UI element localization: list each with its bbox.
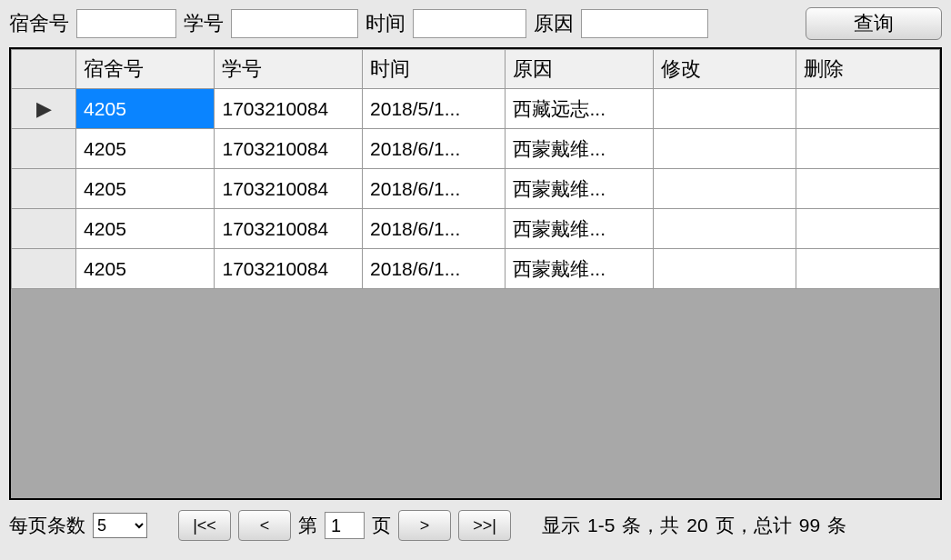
table-header-row: 宿舍号 学号 时间 原因 修改 删除: [12, 50, 940, 89]
cell-modify[interactable]: [654, 89, 796, 129]
cell-student[interactable]: 1703210084: [215, 249, 363, 289]
row-indicator[interactable]: [12, 169, 76, 209]
row-indicator[interactable]: [12, 209, 76, 249]
total-items: 99: [799, 515, 820, 536]
cell-time[interactable]: 2018/6/1...: [363, 129, 506, 169]
cell-delete[interactable]: [796, 129, 940, 169]
showing-range: 1-5: [587, 515, 615, 536]
per-page-select[interactable]: 5: [93, 513, 147, 538]
cell-student[interactable]: 1703210084: [215, 209, 363, 249]
reason-filter-input[interactable]: [581, 9, 708, 38]
cell-reason[interactable]: 西蒙戴维...: [506, 249, 654, 289]
time-filter-input[interactable]: [413, 9, 526, 38]
items-word: 条，共: [622, 513, 679, 538]
cell-delete[interactable]: [796, 89, 940, 129]
student-filter-input[interactable]: [231, 9, 358, 38]
col-header-reason[interactable]: 原因: [506, 50, 654, 89]
showing-prefix: 显示: [542, 513, 580, 538]
cell-dorm[interactable]: 4205: [76, 129, 215, 169]
cell-delete[interactable]: [796, 249, 940, 289]
page-prefix-label: 第: [298, 513, 317, 538]
prev-page-button[interactable]: <: [238, 510, 291, 541]
cell-dorm[interactable]: 4205: [76, 89, 215, 129]
cell-time[interactable]: 2018/6/1...: [363, 209, 506, 249]
cell-student[interactable]: 1703210084: [215, 169, 363, 209]
reason-filter-label: 原因: [534, 10, 574, 37]
cell-dorm[interactable]: 4205: [76, 209, 215, 249]
cell-student[interactable]: 1703210084: [215, 89, 363, 129]
row-indicator[interactable]: [12, 249, 76, 289]
grid-empty-area: [11, 289, 940, 500]
items-tail: 条: [827, 513, 846, 538]
cell-modify[interactable]: [654, 169, 796, 209]
per-page-label: 每页条数: [9, 513, 85, 538]
dorm-filter-input[interactable]: [76, 9, 176, 38]
filter-bar: 宿舍号 学号 时间 原因 查询: [0, 0, 951, 47]
cell-student[interactable]: 1703210084: [215, 129, 363, 169]
cell-modify[interactable]: [654, 129, 796, 169]
cell-modify[interactable]: [654, 209, 796, 249]
cell-modify[interactable]: [654, 249, 796, 289]
table-row[interactable]: 420517032100842018/6/1...西蒙戴维...: [12, 209, 940, 249]
data-grid[interactable]: 宿舍号 学号 时间 原因 修改 删除 ▶420517032100842018/5…: [9, 47, 942, 500]
cell-reason[interactable]: 西藏远志...: [506, 89, 654, 129]
cell-reason[interactable]: 西蒙戴维...: [506, 129, 654, 169]
row-indicator[interactable]: [12, 129, 76, 169]
row-header-blank: [12, 50, 76, 89]
total-pages: 20: [686, 515, 707, 536]
col-header-delete[interactable]: 删除: [796, 50, 940, 89]
col-header-modify[interactable]: 修改: [654, 50, 796, 89]
page-number-input[interactable]: [325, 512, 365, 539]
cell-dorm[interactable]: 4205: [76, 249, 215, 289]
last-page-button[interactable]: >>|: [458, 510, 511, 541]
table-row[interactable]: ▶420517032100842018/5/1...西藏远志...: [12, 89, 940, 129]
cell-delete[interactable]: [796, 169, 940, 209]
time-filter-label: 时间: [365, 10, 405, 37]
cell-time[interactable]: 2018/5/1...: [363, 89, 506, 129]
student-filter-label: 学号: [184, 10, 224, 37]
page-suffix-label: 页: [372, 513, 391, 538]
col-header-time[interactable]: 时间: [363, 50, 506, 89]
cell-reason[interactable]: 西蒙戴维...: [506, 209, 654, 249]
cell-dorm[interactable]: 4205: [76, 169, 215, 209]
col-header-student[interactable]: 学号: [215, 50, 363, 89]
table-row[interactable]: 420517032100842018/6/1...西蒙戴维...: [12, 129, 940, 169]
cell-time[interactable]: 2018/6/1...: [363, 169, 506, 209]
first-page-button[interactable]: |<<: [178, 510, 231, 541]
table-row[interactable]: 420517032100842018/6/1...西蒙戴维...: [12, 249, 940, 289]
pager-bar: 每页条数 5 |<< < 第 页 > >>| 显示 1-5 条，共 20 页，总…: [0, 500, 951, 551]
cell-delete[interactable]: [796, 209, 940, 249]
cell-time[interactable]: 2018/6/1...: [363, 249, 506, 289]
row-indicator[interactable]: ▶: [12, 89, 76, 129]
table-row[interactable]: 420517032100842018/6/1...西蒙戴维...: [12, 169, 940, 209]
dorm-filter-label: 宿舍号: [9, 10, 69, 37]
next-page-button[interactable]: >: [398, 510, 451, 541]
col-header-dorm[interactable]: 宿舍号: [76, 50, 215, 89]
pages-word: 页，总计: [716, 513, 792, 538]
cell-reason[interactable]: 西蒙戴维...: [506, 169, 654, 209]
query-button[interactable]: 查询: [806, 7, 942, 40]
